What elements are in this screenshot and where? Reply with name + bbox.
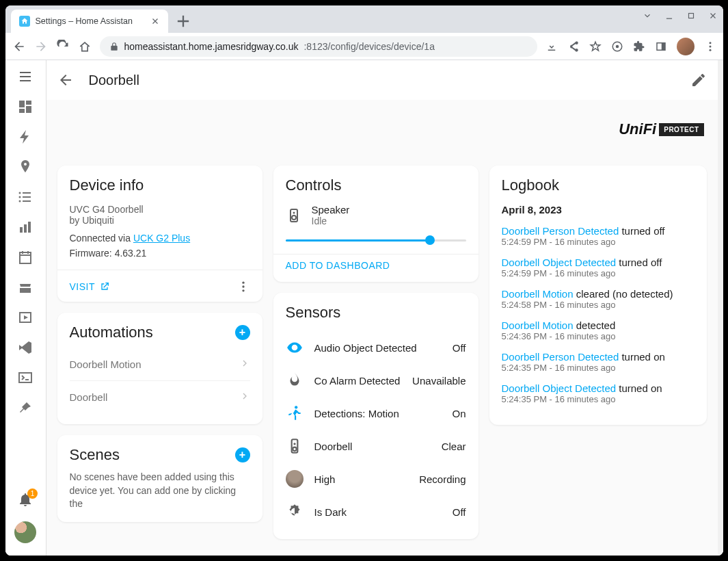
dashboard-icon[interactable]	[17, 99, 33, 115]
tab-title: Settings – Home Assistan	[36, 16, 145, 26]
add-to-dashboard-button[interactable]: ADD TO DASHBOARD	[273, 254, 478, 271]
brightness-icon	[286, 503, 304, 521]
svg-point-14	[19, 200, 21, 203]
logbook-entity-link[interactable]: Doorbell Motion	[502, 288, 574, 300]
sensor-row[interactable]: Is DarkOff	[286, 495, 466, 528]
close-tab-icon[interactable]	[150, 16, 160, 26]
edit-pencil-icon[interactable]	[690, 72, 707, 88]
back-arrow-icon[interactable]	[57, 72, 74, 88]
sensor-value: On	[452, 408, 466, 419]
svg-rect-11	[26, 106, 31, 113]
maximize-icon[interactable]	[686, 11, 696, 21]
logbook-entity-link[interactable]: Doorbell Person Detected	[502, 225, 619, 237]
sensor-value: Clear	[442, 441, 466, 452]
svg-point-23	[242, 289, 244, 291]
svg-rect-4	[661, 42, 664, 50]
share-icon[interactable]	[567, 40, 580, 53]
svg-point-5	[709, 42, 711, 44]
logbook-entry-meta: 5:24:35 PM - 16 minutes ago	[502, 394, 695, 404]
logbook-entry[interactable]: Doorbell Person Detected turned on5:24:3…	[502, 351, 695, 373]
extensions-icon[interactable]	[633, 40, 645, 53]
logbook-entry-title: Doorbell Object Detected turned off	[502, 257, 695, 268]
scenes-card: Scenes + No scenes have been added using…	[57, 435, 262, 522]
back-button[interactable]	[12, 40, 26, 53]
sensor-row[interactable]: HighRecording	[286, 462, 466, 495]
add-automation-button[interactable]: +	[235, 325, 250, 340]
browser-tab-active[interactable]: Settings – Home Assistan	[11, 10, 168, 33]
control-speaker-state: Idle	[312, 216, 350, 226]
sidepanel-icon[interactable]	[655, 40, 667, 53]
logbook-entry[interactable]: Doorbell Motion cleared (no detected)5:2…	[502, 288, 695, 310]
hacs-store-icon[interactable]	[17, 279, 33, 296]
eye-icon	[286, 339, 304, 356]
more-options-icon[interactable]	[237, 280, 250, 293]
logbook-entry-meta: 5:24:59 PM - 16 minutes ago	[502, 268, 695, 278]
svg-point-25	[293, 211, 295, 213]
logbook-entry-meta: 5:24:58 PM - 16 minutes ago	[502, 300, 695, 310]
hamburger-menu-icon[interactable]	[17, 68, 33, 85]
sensor-value: Recording	[419, 473, 466, 485]
add-scene-button[interactable]: +	[235, 447, 250, 462]
install-icon[interactable]	[545, 40, 558, 53]
extension-shield-icon[interactable]	[611, 40, 623, 53]
logbook-entity-link[interactable]: Doorbell Object Detected	[502, 382, 617, 394]
scenes-empty-text: No scenes have been added using this dev…	[70, 471, 250, 511]
speaker-volume-slider[interactable]	[286, 233, 466, 247]
hub-link[interactable]: UCK G2 Plus	[133, 233, 190, 244]
sensor-row[interactable]: DoorbellClear	[286, 430, 466, 462]
logbook-entry[interactable]: Doorbell Motion detected5:24:36 PM - 16 …	[502, 319, 695, 341]
notifications-bell-icon[interactable]: 1	[17, 491, 33, 508]
device-info-card: Device info UVC G4 Doorbell by Ubiquiti …	[57, 166, 262, 302]
bookmark-star-icon[interactable]	[589, 40, 602, 53]
svg-rect-10	[19, 109, 25, 113]
kebab-menu-icon[interactable]	[704, 40, 716, 53]
logbook-entity-link[interactable]: Doorbell Person Detected	[502, 351, 619, 363]
omnibox[interactable]: homeassistant.home.jamesridgway.co.uk:81…	[100, 36, 537, 57]
close-window-icon[interactable]	[708, 11, 718, 21]
logbook-date: April 8, 2023	[502, 204, 695, 216]
ha-sidebar: 1	[5, 60, 46, 556]
automation-row[interactable]: Doorbell Motion	[70, 348, 250, 380]
forward-button[interactable]	[34, 40, 48, 53]
sensor-row[interactable]: Detections: MotionOn	[286, 397, 466, 430]
page-title: Doorbell	[89, 73, 139, 88]
terminal-icon[interactable]	[17, 369, 33, 386]
url-path: :8123/config/devices/device/1a	[304, 41, 434, 52]
logbook-entry[interactable]: Doorbell Person Detected turned off5:24:…	[502, 225, 695, 247]
reload-button[interactable]	[56, 40, 70, 53]
logbook-list-icon[interactable]	[17, 189, 33, 205]
history-chart-icon[interactable]	[17, 219, 33, 235]
profile-avatar[interactable]	[677, 38, 695, 55]
logbook-entry[interactable]: Doorbell Object Detected turned on5:24:3…	[502, 382, 695, 404]
map-marker-icon[interactable]	[17, 159, 33, 175]
device-connected-via: Connected via UCK G2 Plus	[70, 233, 250, 244]
svg-rect-20	[19, 373, 31, 382]
logbook-entity-link[interactable]: Doorbell Object Detected	[502, 257, 617, 268]
user-avatar[interactable]	[14, 521, 36, 543]
logbook-entity-link[interactable]: Doorbell Motion	[502, 319, 574, 331]
chevron-right-icon	[239, 358, 250, 371]
calendar-icon[interactable]	[17, 249, 33, 265]
address-bar: homeassistant.home.jamesridgway.co.uk:81…	[5, 33, 723, 60]
automation-row[interactable]: Doorbell	[70, 380, 250, 413]
brand-name: UniFi	[619, 120, 656, 138]
home-button[interactable]	[78, 40, 92, 53]
energy-icon[interactable]	[17, 129, 33, 145]
sensor-row[interactable]: Co Alarm DetectedUnavailable	[286, 364, 466, 397]
svg-rect-8	[19, 101, 25, 107]
chevron-down-icon[interactable]	[643, 11, 652, 21]
vscode-icon[interactable]	[17, 339, 33, 356]
visit-button[interactable]: VISIT	[70, 281, 111, 292]
pin-icon[interactable]	[17, 400, 33, 416]
new-tab-button[interactable]	[174, 12, 193, 31]
svg-point-22	[242, 285, 244, 287]
favicon-home-assistant-icon	[19, 16, 30, 27]
open-external-icon	[99, 281, 110, 292]
sensor-row[interactable]: Audio Object DetectedOff	[286, 331, 466, 364]
sensor-name: Doorbell	[314, 441, 431, 452]
scrollbar[interactable]	[718, 60, 723, 556]
automations-title: Automations	[70, 324, 153, 341]
minimize-icon[interactable]	[664, 11, 674, 21]
media-icon[interactable]	[17, 309, 33, 326]
logbook-entry[interactable]: Doorbell Object Detected turned off5:24:…	[502, 257, 695, 278]
